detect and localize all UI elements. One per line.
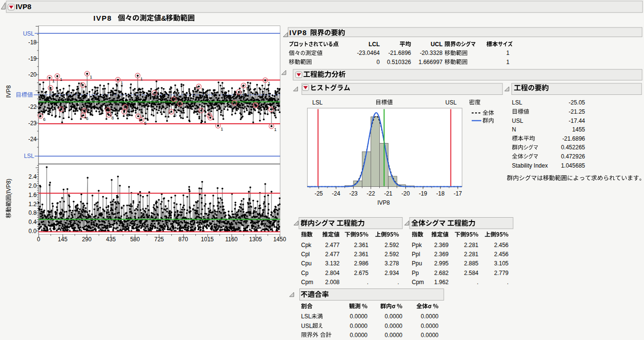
svg-text:6: 6	[127, 113, 129, 118]
svg-text:1.045685: 1.045685	[561, 162, 585, 169]
svg-text:&: &	[161, 14, 167, 22]
svg-text:Cp: Cp	[301, 270, 309, 276]
svg-text:2.361: 2.361	[354, 242, 368, 248]
svg-text:1: 1	[90, 75, 92, 79]
svg-text:-25.05: -25.05	[568, 99, 585, 106]
svg-text:2.986: 2.986	[354, 260, 368, 267]
svg-text:2.4: 2.4	[28, 173, 37, 180]
svg-text:580: 580	[130, 236, 140, 243]
svg-text:-23.0464: -23.0464	[357, 50, 380, 56]
svg-text:USL: USL	[23, 30, 35, 37]
svg-text:0.510326: 0.510326	[387, 59, 411, 65]
svg-text:Ppl: Ppl	[412, 251, 420, 258]
svg-text:1.666997: 1.666997	[418, 59, 442, 65]
svg-text:.: .	[477, 279, 478, 286]
svg-text:IVP8: IVP8	[377, 199, 390, 206]
svg-text:0.0000: 0.0000	[350, 323, 368, 329]
svg-text:1.962: 1.962	[434, 279, 449, 286]
svg-text:IVP8: IVP8	[289, 29, 307, 37]
svg-text:2.682: 2.682	[434, 270, 449, 276]
svg-text:8: 8	[128, 108, 130, 113]
svg-text:-24: -24	[28, 136, 37, 143]
svg-text:2.804: 2.804	[325, 270, 339, 276]
svg-text:-22: -22	[367, 190, 375, 197]
svg-text:1.6: 1.6	[28, 192, 37, 198]
svg-text:1.2: 1.2	[28, 201, 37, 208]
svg-text:3.278: 3.278	[385, 260, 399, 267]
svg-text:2.885: 2.885	[464, 260, 478, 267]
svg-text:-21.25: -21.25	[568, 108, 585, 115]
svg-text:-18: -18	[28, 39, 37, 46]
svg-text:(IVP8): (IVP8)	[5, 179, 12, 195]
svg-text:2.456: 2.456	[494, 242, 508, 248]
svg-text:-21.6896: -21.6896	[388, 50, 412, 56]
svg-text:USL: USL	[512, 118, 524, 124]
svg-text:Ppk: Ppk	[412, 242, 423, 248]
svg-text:2.592: 2.592	[385, 251, 399, 258]
svg-text:LSL: LSL	[24, 153, 35, 159]
svg-text:1: 1	[506, 50, 510, 56]
svg-text:1: 1	[141, 77, 143, 81]
svg-text:1: 1	[274, 127, 277, 132]
svg-text:Cpk: Cpk	[301, 242, 312, 248]
svg-text:7: 7	[237, 104, 240, 108]
svg-text:Cpl: Cpl	[301, 251, 310, 258]
svg-text:0.0000: 0.0000	[421, 313, 438, 320]
svg-text:0.0000: 0.0000	[350, 332, 368, 339]
svg-text:Cpm: Cpm	[412, 279, 424, 286]
svg-text:2.361: 2.361	[354, 251, 368, 258]
svg-text:2.369: 2.369	[434, 242, 449, 248]
svg-text:.: .	[507, 279, 508, 286]
svg-text:USL: USL	[445, 99, 457, 106]
svg-text:-20: -20	[401, 190, 410, 197]
svg-text:0.472926: 0.472926	[561, 153, 585, 160]
svg-text:.: .	[367, 279, 368, 286]
svg-text:LSL: LSL	[512, 99, 523, 106]
svg-text:725: 725	[154, 236, 164, 243]
svg-text:2.0: 2.0	[28, 183, 37, 189]
svg-text:2.456: 2.456	[494, 251, 508, 258]
svg-text:0.0000: 0.0000	[385, 332, 402, 339]
svg-text:LCL: LCL	[369, 41, 380, 48]
svg-text:870: 870	[179, 236, 188, 243]
svg-text:0.0000: 0.0000	[350, 313, 368, 320]
svg-text:-21: -21	[384, 190, 393, 197]
svg-text:UCL: UCL	[431, 41, 443, 48]
svg-text:2.995: 2.995	[434, 260, 449, 267]
svg-text:Pp: Pp	[412, 270, 419, 276]
svg-text:0: 0	[37, 236, 40, 243]
svg-text:2.281: 2.281	[464, 251, 478, 258]
svg-text:435: 435	[106, 236, 116, 243]
svg-text:2.477: 2.477	[325, 251, 339, 258]
svg-text:1: 1	[268, 81, 270, 86]
svg-text:1305: 1305	[249, 236, 262, 243]
svg-text:IVP8: IVP8	[5, 85, 12, 98]
svg-text:0.452265: 0.452265	[561, 144, 585, 151]
svg-text:1: 1	[60, 77, 63, 82]
svg-text:6: 6	[43, 117, 46, 122]
svg-text:-21.6896: -21.6896	[562, 135, 585, 142]
svg-text:6: 6	[86, 116, 89, 121]
svg-text:LSL: LSL	[312, 99, 323, 106]
svg-text:LSL: LSL	[301, 313, 312, 320]
svg-text:2.281: 2.281	[464, 242, 478, 248]
svg-text:1455: 1455	[572, 126, 585, 133]
svg-text:-19: -19	[28, 55, 37, 62]
svg-text:N: N	[512, 126, 516, 133]
svg-text:2.477: 2.477	[325, 242, 339, 248]
svg-text:Cpu: Cpu	[301, 260, 312, 267]
svg-text:2.675: 2.675	[354, 270, 368, 276]
svg-text:2.584: 2.584	[464, 270, 478, 276]
svg-text:2.369: 2.369	[434, 251, 449, 258]
svg-text:Ppu: Ppu	[412, 260, 422, 267]
svg-text:3.132: 3.132	[325, 260, 339, 267]
svg-text:2: 2	[258, 106, 261, 111]
svg-text:5: 5	[144, 121, 147, 126]
svg-text:1: 1	[121, 80, 123, 85]
svg-text:6: 6	[174, 113, 177, 118]
svg-text:1015: 1015	[201, 236, 214, 243]
svg-text:-20.3328: -20.3328	[420, 50, 443, 56]
svg-text:1: 1	[52, 78, 55, 83]
svg-text:1160: 1160	[225, 236, 238, 243]
svg-text:USL: USL	[301, 323, 313, 329]
